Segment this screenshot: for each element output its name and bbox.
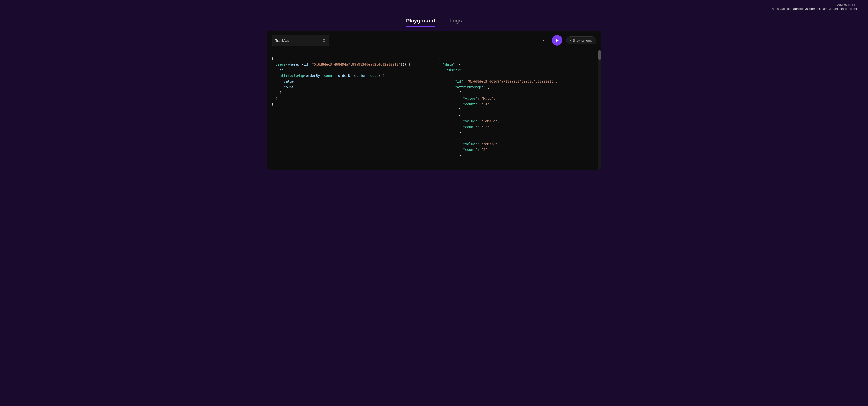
more-options-button[interactable]: ⋮ — [539, 36, 548, 44]
run-query-button[interactable] — [552, 35, 562, 45]
selector-arrows-icon: ▲▼ — [322, 37, 326, 44]
show-schema-button[interactable]: < Show schema — [566, 36, 596, 44]
query-selector[interactable]: TraitMap ▲▼ — [272, 35, 329, 46]
result-panel: { "data": { "users": [ { "id": "0x6d8dec… — [434, 50, 601, 170]
toolbar-right: ⋮ < Show schema — [539, 35, 596, 45]
scrollbar-thumb[interactable] — [598, 50, 601, 60]
tabs-container: Playground Logs — [406, 18, 462, 27]
svg-marker-0 — [556, 39, 559, 42]
panel-toolbar: TraitMap ▲▼ ⋮ < Show schema — [267, 31, 601, 50]
tab-logs[interactable]: Logs — [450, 18, 462, 27]
playground-panel: TraitMap ▲▼ ⋮ < Show schema { users(wher… — [267, 31, 601, 170]
play-icon — [555, 38, 559, 42]
queries-label: Queries (HTTP) — [836, 3, 859, 6]
editor-area: { users(where: {id: "0x6d8dec3fd68d94a71… — [267, 50, 601, 170]
show-schema-label: < Show schema — [570, 39, 592, 42]
query-editor[interactable]: { users(where: {id: "0x6d8dec3fd68d94a71… — [267, 50, 434, 170]
tab-playground[interactable]: Playground — [406, 18, 435, 27]
query-code: { users(where: {id: "0x6d8dec3fd68d94a71… — [272, 56, 429, 107]
top-bar: Queries (HTTP) https://api.thegraph.com/… — [0, 0, 868, 10]
scrollbar-track[interactable] — [598, 50, 601, 170]
queries-url: https://api.thegraph.com/subgraphs/name/… — [772, 7, 859, 10]
result-code: { "data": { "users": [ { "id": "0x6d8dec… — [439, 56, 596, 158]
selector-value: TraitMap — [275, 38, 289, 42]
